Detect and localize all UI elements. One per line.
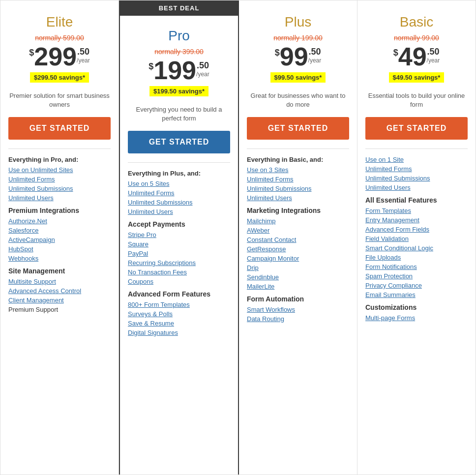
- section-title-pro-2: Advanced Form Features: [128, 290, 230, 298]
- divider-basic: [365, 148, 468, 149]
- feature-item-pro-1-3[interactable]: Recurring Subscriptions: [128, 259, 230, 267]
- price-year-plus: /year: [308, 57, 322, 64]
- feature-item-elite-2-2[interactable]: Client Management: [8, 297, 111, 304]
- feature-item-basic-1-8[interactable]: Privacy Compliance: [365, 282, 468, 289]
- price-amount-basic: 49: [398, 44, 427, 69]
- feature-item-elite-1-4[interactable]: Webhooks: [8, 255, 111, 262]
- savings-badge-plus: $99.50 savings*: [270, 72, 326, 83]
- feature-item-plus-0-3[interactable]: Unlimited Submissions: [247, 185, 349, 192]
- feature-item-elite-1-2[interactable]: ActiveCampaign: [8, 236, 111, 243]
- feature-item-basic-0-0[interactable]: Use on 1 Site: [365, 156, 468, 163]
- plan-description-elite: Premier solution for smart business owne…: [8, 91, 111, 110]
- feature-item-elite-0-3[interactable]: Unlimited Submissions: [8, 185, 111, 192]
- feature-item-pro-1-5[interactable]: Coupons: [128, 278, 230, 285]
- original-price-pro: normally 399.00: [128, 48, 230, 56]
- feature-item-pro-0-1[interactable]: Use on 5 Sites: [128, 180, 230, 187]
- feature-item-basic-1-5[interactable]: File Uploads: [365, 254, 468, 261]
- feature-item-plus-1-0[interactable]: Mailchimp: [247, 217, 349, 225]
- feature-item-elite-0-4[interactable]: Unlimited Users: [8, 194, 111, 202]
- feature-item-pro-0-2[interactable]: Unlimited Forms: [128, 189, 230, 197]
- plan-col-plus: Plusnormally 199.00$99.50/year$99.50 sav…: [239, 0, 357, 475]
- plan-col-pro: BEST DEALPronormally 399.00$199.50/year$…: [119, 0, 239, 475]
- feature-item-basic-1-7[interactable]: Spam Protection: [365, 272, 468, 280]
- feature-item-elite-3-0: Premium Support: [8, 306, 111, 313]
- feature-item-elite-0-2[interactable]: Unlimited Forms: [8, 176, 111, 183]
- price-year-pro: /year: [196, 71, 209, 78]
- feature-item-plus-2-0[interactable]: Smart Workflows: [247, 306, 349, 313]
- divider-pro: [128, 162, 230, 163]
- feature-item-elite-2-0[interactable]: Multisite Support: [8, 278, 111, 285]
- plan-name-plus: Plus: [247, 14, 349, 30]
- feature-item-basic-1-1[interactable]: Entry Management: [365, 216, 468, 224]
- section-title-plus-1: Marketing Integrations: [247, 207, 349, 214]
- feature-item-basic-2-0[interactable]: Multi-page Forms: [365, 314, 468, 322]
- feature-item-elite-1-1[interactable]: Salesforce: [8, 227, 111, 234]
- get-started-btn-plus[interactable]: GET STARTED: [247, 117, 349, 140]
- price-dollar-pro: $: [149, 61, 153, 72]
- price-cents-pro: .50: [196, 60, 209, 71]
- feature-item-basic-0-1[interactable]: Unlimited Forms: [365, 165, 468, 173]
- feature-item-basic-0-2[interactable]: Unlimited Submissions: [365, 175, 468, 182]
- plan-name-basic: Basic: [365, 14, 468, 30]
- feature-item-pro-1-4[interactable]: No Transaction Fees: [128, 268, 230, 276]
- feature-item-plus-0-2[interactable]: Unlimited Forms: [247, 176, 349, 183]
- plan-col-basic: Basicnormally 99.00$49.50/year$49.50 sav…: [357, 0, 476, 475]
- section-title-basic-2: Customizations: [365, 303, 468, 311]
- price-dollar-basic: $: [393, 48, 398, 58]
- get-started-btn-elite[interactable]: GET STARTED: [8, 117, 111, 140]
- feature-item-basic-1-9[interactable]: Email Summaries: [365, 291, 468, 298]
- feature-item-elite-1-3[interactable]: HubSpot: [8, 245, 111, 253]
- feature-item-basic-1-2[interactable]: Advanced Form Fields: [365, 226, 468, 233]
- divider-elite: [8, 148, 111, 149]
- feature-item-pro-2-2[interactable]: Save & Resume: [128, 320, 230, 327]
- feature-item-elite-1-0[interactable]: Authorize.Net: [8, 217, 111, 225]
- feature-item-plus-1-5[interactable]: Drip: [247, 264, 349, 271]
- price-year-elite: /year: [77, 57, 90, 64]
- price-cents-elite: .50: [77, 47, 90, 57]
- feature-item-plus-1-2[interactable]: Constant Contact: [247, 236, 349, 243]
- section-title-basic-1: All Essential Features: [365, 196, 468, 204]
- feature-item-basic-0-3[interactable]: Unlimited Users: [365, 184, 468, 191]
- plan-description-basic: Essential tools to build your online for…: [365, 91, 468, 110]
- feature-item-elite-0-1[interactable]: Use on Unlimited Sites: [8, 166, 111, 174]
- feature-item-pro-2-3[interactable]: Digital Signatures: [128, 329, 230, 336]
- original-price-elite: normally 599.00: [8, 34, 111, 42]
- feature-item-pro-0-4[interactable]: Unlimited Users: [128, 208, 230, 215]
- pricing-table: Elitenormally 599.00$299.50/year$299.50 …: [0, 0, 476, 475]
- feature-item-basic-1-4[interactable]: Smart Conditional Logic: [365, 244, 468, 252]
- divider-plus: [247, 148, 349, 149]
- feature-item-plus-0-4[interactable]: Unlimited Users: [247, 194, 349, 202]
- price-cents-year-pro: .50/year: [196, 60, 209, 78]
- feature-item-pro-0-3[interactable]: Unlimited Submissions: [128, 199, 230, 206]
- price-cents-basic: .50: [427, 47, 440, 57]
- section-title-plus-2: Form Automation: [247, 295, 349, 303]
- section-title-pro-1: Accept Payments: [128, 220, 230, 228]
- original-price-basic: normally 99.00: [365, 34, 468, 42]
- feature-item-basic-1-0[interactable]: Form Templates: [365, 207, 468, 214]
- feature-item-plus-1-7[interactable]: MailerLite: [247, 283, 349, 290]
- price-cents-year-plus: .50/year: [308, 47, 322, 64]
- get-started-btn-basic[interactable]: GET STARTED: [365, 117, 468, 140]
- feature-item-pro-1-2[interactable]: PayPal: [128, 250, 230, 257]
- feature-item-pro-1-0[interactable]: Stripe Pro: [128, 231, 230, 238]
- original-price-plus: normally 199.00: [247, 34, 349, 42]
- get-started-btn-pro[interactable]: GET STARTED: [128, 131, 230, 153]
- price-amount-elite: 299: [34, 44, 77, 69]
- price-dollar-plus: $: [275, 48, 280, 58]
- feature-item-pro-2-0[interactable]: 800+ Form Templates: [128, 301, 230, 308]
- feature-item-plus-1-3[interactable]: GetResponse: [247, 245, 349, 253]
- feature-item-plus-1-6[interactable]: Sendinblue: [247, 273, 349, 281]
- feature-item-plus-0-1[interactable]: Use on 3 Sites: [247, 166, 349, 174]
- feature-item-elite-2-1[interactable]: Advanced Access Control: [8, 287, 111, 295]
- price-row-plus: $99.50/year: [247, 44, 349, 69]
- feature-item-pro-2-1[interactable]: Surveys & Polls: [128, 310, 230, 318]
- feature-item-plus-1-4[interactable]: Campaign Monitor: [247, 255, 349, 262]
- price-row-pro: $199.50/year: [128, 58, 230, 83]
- feature-item-pro-1-1[interactable]: Square: [128, 240, 230, 248]
- savings-badge-basic: $49.50 savings*: [389, 72, 445, 83]
- feature-item-basic-1-6[interactable]: Form Notifications: [365, 263, 468, 270]
- feature-item-plus-2-1[interactable]: Data Routing: [247, 315, 349, 323]
- feature-item-plus-1-1[interactable]: AWeber: [247, 227, 349, 234]
- best-deal-banner: BEST DEAL: [120, 0, 238, 16]
- feature-item-basic-1-3[interactable]: Field Validation: [365, 235, 468, 242]
